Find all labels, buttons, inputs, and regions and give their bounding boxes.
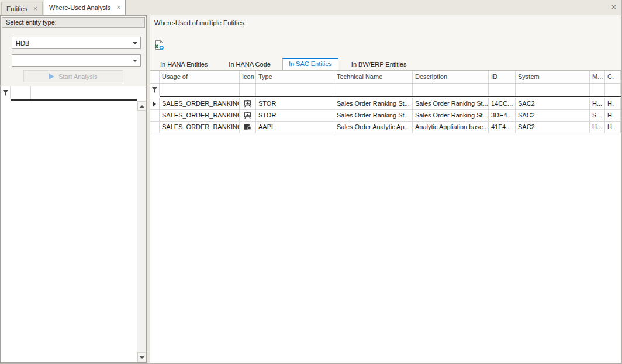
table-row[interactable]: SALES_ORDER_RANKING STOR Sales Order Ran… xyxy=(150,110,621,122)
analytic-application-icon xyxy=(243,123,252,131)
cell-technical-name: Sales Order Ranking St... xyxy=(334,110,413,122)
row-indicator-cell xyxy=(150,122,160,133)
cell-description: Sales Order Ranking St... xyxy=(413,98,489,110)
cell-system: SAC2 xyxy=(516,122,590,133)
cell-technical-name: Sales Order Ranking St... xyxy=(334,98,413,110)
filter-indicator-cell xyxy=(150,84,160,96)
filter-cell[interactable] xyxy=(240,84,256,96)
doc-tab-label: Entities xyxy=(6,3,27,15)
cell-type: STOR xyxy=(256,98,334,110)
cell-description: Sales Order Ranking St... xyxy=(413,110,489,122)
cell-c: H. xyxy=(605,110,621,122)
export-to-excel-button[interactable] xyxy=(153,39,165,51)
doc-tab-label: Where-Used Analysis xyxy=(49,2,110,13)
column-header-c[interactable]: C. xyxy=(605,71,621,84)
filter-cell[interactable] xyxy=(256,84,334,96)
table-row[interactable]: SALES_ORDER_RANKING STOR Sales Order Ran… xyxy=(150,98,621,110)
chevron-down-icon xyxy=(133,42,137,44)
filter-separator xyxy=(11,99,137,101)
document-tabbar: Entities × Where-Used Analysis × × xyxy=(0,0,621,15)
triangle-up-icon xyxy=(140,105,144,108)
doc-tab-entities[interactable]: Entities × xyxy=(1,2,43,15)
cell-id: 14CC... xyxy=(489,98,516,110)
start-analysis-button[interactable]: Start Analysis xyxy=(23,70,123,82)
cell-usage-of: SALES_ORDER_RANKING xyxy=(160,122,240,133)
current-row-arrow-icon xyxy=(153,102,156,106)
cell-system: SAC2 xyxy=(516,110,590,122)
filter-cell[interactable] xyxy=(160,84,240,96)
filter-funnel-icon xyxy=(151,86,158,94)
filter-cell[interactable] xyxy=(31,86,146,99)
scroll-up-button[interactable] xyxy=(137,101,146,111)
excel-export-icon xyxy=(154,40,164,50)
cell-usage-of: SALES_ORDER_RANKING xyxy=(160,110,240,122)
column-header-usage-of[interactable]: Usage of xyxy=(160,71,240,84)
column-header-technical-name[interactable]: Technical Name xyxy=(334,71,413,84)
column-header-id[interactable]: ID xyxy=(489,71,516,84)
close-icon[interactable]: × xyxy=(33,5,37,12)
row-indicator-cell xyxy=(150,98,160,110)
cell-icon xyxy=(240,122,256,133)
cell-c: H. xyxy=(605,122,621,133)
cell-type: AAPL xyxy=(256,122,334,133)
entity-dropdown[interactable] xyxy=(12,54,141,67)
story-icon xyxy=(243,111,252,120)
filter-row[interactable] xyxy=(1,86,146,99)
dropdown-button[interactable] xyxy=(130,37,140,48)
cell-m: H... xyxy=(590,98,605,110)
where-used-grid: Usage of Icon Type Technical Name Descri… xyxy=(150,70,621,363)
header-indicator-cell xyxy=(150,71,160,84)
column-header-type[interactable]: Type xyxy=(256,71,334,84)
where-used-panel: Where-Used of multiple Entities In HANA … xyxy=(150,15,621,363)
filter-cell[interactable] xyxy=(413,84,489,96)
column-header-m[interactable]: M... xyxy=(590,71,605,84)
play-icon xyxy=(49,74,54,79)
column-header-description[interactable]: Description xyxy=(413,71,489,84)
cell-m: H... xyxy=(590,122,605,133)
filter-funnel-icon xyxy=(2,89,9,97)
start-analysis-label: Start Analysis xyxy=(58,73,98,80)
filter-cell[interactable] xyxy=(516,84,590,96)
cell-system: SAC2 xyxy=(516,98,590,110)
panel-caption: Select entity type: xyxy=(2,17,145,28)
column-header-system[interactable]: System xyxy=(516,71,590,84)
filter-cell[interactable] xyxy=(489,84,516,96)
cell-description: Analytic Appliation base... xyxy=(413,122,489,133)
filter-indicator-cell xyxy=(1,86,11,99)
dropdown-button[interactable] xyxy=(130,55,140,66)
doc-tab-where-used-analysis[interactable]: Where-Used Analysis × xyxy=(44,0,126,15)
cell-id: 41F4... xyxy=(489,122,516,133)
cell-m: S... xyxy=(590,110,605,122)
application-window: Entities × Where-Used Analysis × × Selec… xyxy=(0,0,622,364)
panel-close-icon[interactable]: × xyxy=(611,3,616,11)
row-indicator-cell xyxy=(150,110,160,122)
filter-cell[interactable] xyxy=(605,84,621,96)
tab-in-sac-entities[interactable]: In SAC Entities xyxy=(282,58,338,70)
filter-cell[interactable] xyxy=(590,84,605,96)
tab-in-bw-erp-entities[interactable]: In BW/ERP Entities xyxy=(345,58,413,70)
column-header-icon[interactable]: Icon xyxy=(240,71,256,84)
table-row[interactable]: SALES_ORDER_RANKING AAPL Sales Order Ana… xyxy=(150,122,621,133)
cell-type: STOR xyxy=(256,110,334,122)
grid-header-row: Usage of Icon Type Technical Name Descri… xyxy=(150,71,621,84)
filter-cell[interactable] xyxy=(334,84,413,96)
cell-technical-name: Sales Order Analytic Ap... xyxy=(334,122,413,133)
filter-cell[interactable] xyxy=(11,86,31,99)
tab-in-hana-entities[interactable]: In HANA Entities xyxy=(154,58,213,70)
entity-type-value: HDB xyxy=(12,40,130,47)
entity-list-grid xyxy=(1,86,146,362)
grid-filter-row xyxy=(150,84,621,96)
triangle-down-icon xyxy=(140,356,144,359)
cell-c: H. xyxy=(605,98,621,110)
cell-id: 3DE4... xyxy=(489,110,516,122)
page-title: Where-Used of multiple Entities xyxy=(154,19,244,26)
scroll-down-button[interactable] xyxy=(137,352,146,362)
entity-type-panel: Select entity type: HDB Start Analysis xyxy=(0,15,147,363)
entity-type-dropdown[interactable]: HDB xyxy=(12,37,141,49)
result-tabbar: In HANA Entities In HANA Code In SAC Ent… xyxy=(154,58,412,70)
cell-icon xyxy=(240,110,256,122)
close-icon[interactable]: × xyxy=(116,4,120,11)
tab-in-hana-code[interactable]: In HANA Code xyxy=(223,58,277,70)
cell-icon xyxy=(240,98,256,110)
vertical-scrollbar[interactable] xyxy=(137,101,146,362)
